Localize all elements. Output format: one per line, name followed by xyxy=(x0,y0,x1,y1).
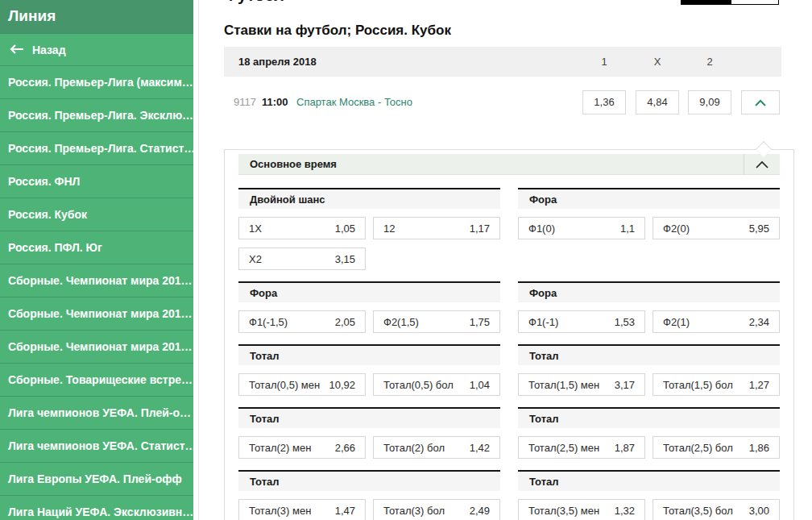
market-section: ТоталТотал(3) мен1,47Тотал(3) бол2,49 xyxy=(238,470,500,520)
bet-odds: 1,04 xyxy=(470,379,490,391)
bet-button[interactable]: Ф1(0)1,1 xyxy=(518,217,645,239)
bet-button[interactable]: Тотал(2) бол1,42 xyxy=(373,436,500,459)
date-header-row: 18 апреля 2018 1 X 2 xyxy=(224,47,781,77)
bet-label: Ф2(1,5) xyxy=(383,316,419,328)
back-label: Назад xyxy=(32,44,66,56)
bet-button[interactable]: Ф2(1)2,34 xyxy=(652,310,780,333)
bet-label: Ф2(0) xyxy=(663,223,690,235)
sidebar-item[interactable]: Сборные. Чемпионат мира 201… xyxy=(0,264,193,297)
bet-label: Тотал(3) бол xyxy=(383,505,445,517)
bet-button[interactable]: Ф1(-1,5)2,05 xyxy=(238,310,366,333)
bet-label: Тотал(1,5) мен xyxy=(528,379,599,391)
section-collapse-button[interactable] xyxy=(744,157,780,172)
bet-label: Ф1(-1) xyxy=(528,316,558,328)
bet-odds: 2,66 xyxy=(335,442,355,454)
match-teams-link[interactable]: Спартак Москва - Тосно xyxy=(296,90,412,114)
bet-button[interactable]: X23,15 xyxy=(238,248,366,270)
bet-button[interactable]: Ф2(1,5)1,75 xyxy=(373,310,500,333)
sidebar-item[interactable]: Лига чемпионов УЕФА. Плей-о… xyxy=(0,396,193,429)
bet-button[interactable]: 121,17 xyxy=(373,217,500,239)
market-section: ФораФ1(-1)1,53Ф2(1)2,34 xyxy=(518,281,780,333)
odds-button-x[interactable]: 4,84 xyxy=(636,90,679,114)
market-section: ТоталТотал(1,5) мен3,17Тотал(1,5) бол1,2… xyxy=(518,344,780,396)
bet-label: Тотал(3) мен xyxy=(249,505,311,517)
sidebar-item[interactable]: Россия. Премьер-Лига. Эксклю… xyxy=(0,98,193,131)
sidebar-item[interactable]: Россия. Кубок xyxy=(0,198,193,231)
bet-odds: 5,95 xyxy=(749,223,769,235)
bet-button[interactable]: Тотал(2) мен2,66 xyxy=(238,436,366,459)
main-time-title: Основное время xyxy=(238,158,744,170)
market-title: Тотал xyxy=(238,470,500,491)
sidebar-item[interactable]: Лига Европы УЕФА. Плей-офф xyxy=(0,462,193,495)
market-title: Тотал xyxy=(238,344,500,365)
sidebar-item[interactable]: Россия. ФНЛ xyxy=(0,164,193,198)
bet-odds: 3,17 xyxy=(615,379,635,391)
cutoff-toggle-plain-segment[interactable] xyxy=(731,0,779,5)
bet-button[interactable]: Ф2(0)5,95 xyxy=(652,217,780,239)
bet-button[interactable]: Тотал(1,5) мен3,17 xyxy=(518,373,645,396)
bet-label: Тотал(0,5) мен xyxy=(249,379,320,391)
bet-button[interactable]: Тотал(0,5) мен10,92 xyxy=(238,373,366,396)
bet-button[interactable]: Тотал(0,5) бол1,04 xyxy=(373,373,500,396)
bet-button[interactable]: Тотал(3) бол2,49 xyxy=(373,499,500,520)
main-time-section-header[interactable]: Основное время xyxy=(238,154,780,175)
league-list: Россия. Премьер-Лига (максим…Россия. Пре… xyxy=(0,65,193,520)
chevron-up-icon xyxy=(756,157,768,172)
odds-button-1[interactable]: 1,36 xyxy=(582,90,626,114)
main-content: Футбол Ставки на футбол; Россия. Кубок 1… xyxy=(199,0,812,520)
match-collapse-button[interactable] xyxy=(741,90,780,114)
bet-odds: 1,47 xyxy=(335,505,355,517)
sidebar-item[interactable]: Лига Наций УЕФА. Эксклюзивн… xyxy=(0,495,193,520)
sidebar-item[interactable]: Россия. ПФЛ. Юг xyxy=(0,231,193,264)
bets-grid: Тотал(3) мен1,47Тотал(3) бол2,49 xyxy=(238,499,500,520)
sidebar-item[interactable]: Сборные. Чемпионат мира 201… xyxy=(0,297,193,330)
bet-label: Тотал(2) бол xyxy=(383,442,445,454)
sidebar-item[interactable]: Сборные. Товарищеские встре… xyxy=(0,363,193,396)
bet-button[interactable]: Ф1(-1)1,53 xyxy=(518,310,645,333)
bet-button[interactable]: Тотал(3,5) бол3,00 xyxy=(652,499,780,520)
bet-odds: 2,49 xyxy=(470,505,490,517)
market-section: ТоталТотал(0,5) мен10,92Тотал(0,5) бол1,… xyxy=(238,344,500,396)
sidebar-item[interactable]: Россия. Премьер-Лига (максим… xyxy=(0,65,193,98)
bet-button[interactable]: 1X1,05 xyxy=(238,217,366,239)
bet-label: Тотал(0,5) бол xyxy=(383,379,454,391)
chevron-up-icon xyxy=(755,95,766,110)
bet-label: X2 xyxy=(249,253,262,265)
sidebar-item[interactable]: Лига чемпионов УЕФА. Статист… xyxy=(0,429,193,462)
column-header-1: 1 xyxy=(582,47,626,77)
bet-button[interactable]: Тотал(2,5) бол1,86 xyxy=(652,436,780,459)
clipped-sport-heading: Футбол xyxy=(224,0,321,6)
bet-odds: 2,05 xyxy=(335,316,355,328)
bet-odds: 1,1 xyxy=(620,223,635,235)
column-header-2: 2 xyxy=(688,47,731,77)
bets-grid: Тотал(2) мен2,66Тотал(2) бол1,42 xyxy=(238,436,500,459)
sidebar-item[interactable]: Сборные. Чемпионат мира 201… xyxy=(0,330,193,363)
market-section: ФораФ1(0)1,1Ф2(0)5,95 xyxy=(518,188,780,239)
match-detail-panel: Основное время Двойной шанс1X1,05121,17X… xyxy=(224,149,794,520)
market-title: Фора xyxy=(518,188,780,209)
market-title: Тотал xyxy=(238,407,500,428)
bet-button[interactable]: Тотал(2,5) мен1,87 xyxy=(518,436,645,459)
cutoff-toggle xyxy=(681,0,779,5)
sidebar-item[interactable]: Россия. Премьер-Лига. Статист… xyxy=(0,131,193,164)
bets-grid: Ф1(0)1,1Ф2(0)5,95 xyxy=(518,217,780,239)
sidebar-title: Линия xyxy=(0,0,193,32)
market-title: Тотал xyxy=(518,344,780,365)
markets-grid: Двойной шанс1X1,05121,17X23,15ФораФ1(0)1… xyxy=(238,188,780,520)
odds-button-2[interactable]: 9,09 xyxy=(688,90,731,114)
bets-grid: 1X1,05121,17X23,15 xyxy=(238,217,500,270)
back-button[interactable]: Назад xyxy=(0,32,193,65)
market-section: ТоталТотал(2) мен2,66Тотал(2) бол1,42 xyxy=(238,407,500,459)
bet-label: Ф1(0) xyxy=(528,223,555,235)
market-section: ТоталТотал(2,5) мен1,87Тотал(2,5) бол1,8… xyxy=(518,407,780,459)
cutoff-toggle-active-segment[interactable] xyxy=(681,0,731,5)
match-row: 9117 11:00 Спартак Москва - Тосно 1,36 4… xyxy=(224,90,781,118)
market-section: ТоталТотал(3,5) мен1,32Тотал(3,5) бол3,0… xyxy=(518,470,780,520)
bet-label: Тотал(2,5) мен xyxy=(528,442,599,454)
bet-button[interactable]: Тотал(1,5) бол1,27 xyxy=(652,373,780,396)
bet-button[interactable]: Тотал(3,5) мен1,32 xyxy=(518,499,645,520)
bets-grid: Ф1(-1)1,53Ф2(1)2,34 xyxy=(518,310,780,333)
sidebar: Линия Назад Россия. Премьер-Лига (максим… xyxy=(0,0,193,520)
bet-button[interactable]: Тотал(3) мен1,47 xyxy=(238,499,366,520)
market-title: Тотал xyxy=(518,470,780,491)
